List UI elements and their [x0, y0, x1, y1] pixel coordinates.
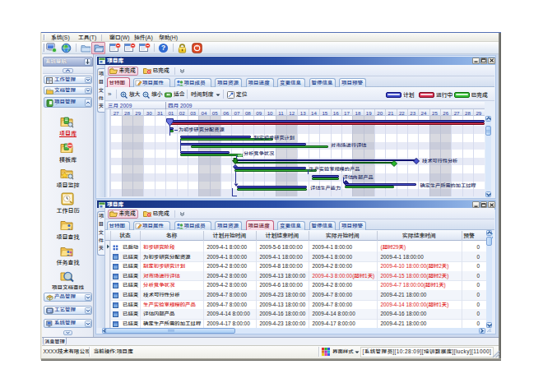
svg-text:?: ? [161, 44, 165, 52]
